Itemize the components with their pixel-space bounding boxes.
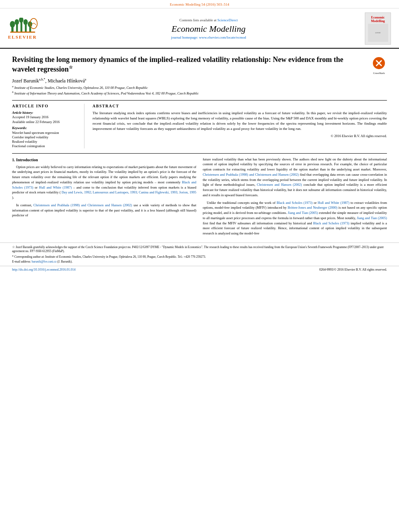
sciencedirect-link[interactable]: ScienceDirect [218,18,238,22]
journal-title: Economic Modelling [52,24,365,34]
journal-thumbnail: EconomicModelling cover [365,12,391,45]
footnote-star: ☆ Jozef Baruník gratefully acknowledges … [12,245,387,254]
page-footnote: ☆ Jozef Baruník gratefully acknowledges … [0,242,399,266]
col2-link7[interactable]: Jiang and Tian (2005) [357,216,387,220]
crossmark-icon [372,57,385,70]
footnote-email: E-mail address: barunik@fsv.cuni.cz (J. … [12,260,387,264]
available-date: Available online 22 February 2016 [12,120,79,124]
svg-point-5 [19,18,23,23]
body-col-right: future realized volatility than what has… [203,157,387,238]
col2-para1: future realized volatility than what has… [203,157,387,198]
article-body: Revisiting the long memory dynamics of t… [0,49,399,242]
email-link[interactable]: barunik@fsv.cuni.cz [32,260,57,263]
elsevier-label: ELSEVIER [8,35,37,39]
abstract-section: ABSTRACT The literature studying stock i… [93,104,387,148]
journal-url: www.elsevier.com/locate/ecmod [199,35,246,39]
article-title-row: Revisiting the long memory dynamics of t… [12,55,387,75]
keyword-2: Corridor implied volatility [12,135,79,139]
svg-point-3 [14,19,19,25]
article-info-heading: ARTICLE INFO [12,104,79,108]
citation-bar: Economic Modelling 54 (2016) 503–514 [0,0,399,8]
accepted-date: Accepted 19 January 2016 [12,115,79,119]
footer-issn: 0264-9993/© 2016 Elsevier B.V. All right… [319,268,387,271]
svg-point-7 [23,19,28,25]
abstract-heading: ABSTRACT [93,104,387,108]
article-info-abstract: ARTICLE INFO Article history: Accepted 1… [12,100,387,148]
article-title-text: Revisiting the long memory dynamics of t… [12,55,371,74]
footnote-asterisk: * Corresponding author at: Institute of … [12,255,387,259]
contents-line: Contents lists available at ScienceDirec… [52,18,365,22]
affiliation-a: a Institute of Economic Studies, Charles… [12,85,387,90]
col2-link4[interactable]: Hull and White (1987) [318,201,350,205]
elsevier-logo: ELSEVIER [8,16,52,41]
col2-link1[interactable]: Christensen and Prabhala (1998) and Chri… [203,173,299,177]
col1-link3[interactable]: Day and Lewis, 1992; Lamoureux and Lastr… [62,190,196,194]
col2-para2: Unlike the traditional concepts using th… [203,200,387,236]
keyword-3: Realized volatility [12,140,79,144]
history-label: Article history: [12,111,79,115]
body-col-left: 1. Introduction Option prices are widely… [12,157,196,238]
keyword-4: Fractional cointegration [12,144,79,148]
affiliations: a Institute of Economic Studies, Charles… [12,85,387,96]
title-main: Revisiting the long memory dynamics of t… [12,55,343,73]
svg-point-1 [10,21,15,27]
keywords-label: Keywords: [12,126,79,130]
author-1-name: Jozef Baruník [12,78,39,84]
footer-doi[interactable]: http://dx.doi.org/10.1016/j.econmod.2016… [12,268,76,271]
elsevier-tree-icon [8,18,40,34]
page-footer: http://dx.doi.org/10.1016/j.econmod.2016… [0,266,399,273]
keywords-list: Wavelet band spectrum regression Corrido… [12,131,79,148]
page-container: Economic Modelling 54 (2016) 503–514 EL [0,0,399,273]
journal-center: Contents lists available at ScienceDirec… [52,18,365,39]
crossmark-badge: CrossMark [371,57,387,75]
col1-para1: Option prices are widely believed to car… [12,164,196,200]
journal-homepage: journal homepage: www.elsevier.com/locat… [52,35,365,39]
body-columns: 1. Introduction Option prices are widely… [12,157,387,238]
section1-heading: 1. Introduction [12,157,196,163]
citation-text: Economic Modelling 54 (2016) 503–514 [170,2,229,6]
journal-header: ELSEVIER Contents lists available at Sci… [0,8,399,49]
section-divider [12,153,387,154]
copyright-note: © 2016 Elsevier B.V. All rights reserved… [93,134,387,138]
col2-link3[interactable]: Black and Scholes (1973) [277,201,313,205]
col1-para2: In contrast, Christensen and Prabhala (1… [12,203,196,218]
author-1-sup: a,b,* [39,78,45,81]
title-star: ☆ [69,65,73,70]
keyword-1: Wavelet band spectrum regression [12,131,79,135]
article-info-panel: ARTICLE INFO Article history: Accepted 1… [12,104,84,148]
svg-rect-10 [10,32,35,33]
author-2-name: Michaela Hlínková [48,78,85,84]
col1-link4[interactable]: Christensen and Prabhala (1998) and Chri… [33,203,132,207]
col2-link5[interactable]: Britten-Jones and Neuberger (2000) [288,205,337,210]
col2-link6[interactable]: Jiang and Tian (2005) [288,211,318,215]
abstract-text: The literature studying stock index opti… [93,111,387,131]
crossmark-label: CrossMark [371,72,387,75]
col2-link8[interactable]: Black and Scholes (1973) [313,221,350,225]
col1-link2[interactable]: Hull and White (1987) [39,185,72,189]
col2-link2[interactable]: Christensen and Hansen (2002) [257,183,302,187]
affiliation-b: b Institute of Information Theory and Au… [12,90,387,96]
authors-line: Jozef Baruníka,b,*, Michaela Hlínkováa [12,78,387,84]
author-2-sup: a [85,78,86,81]
